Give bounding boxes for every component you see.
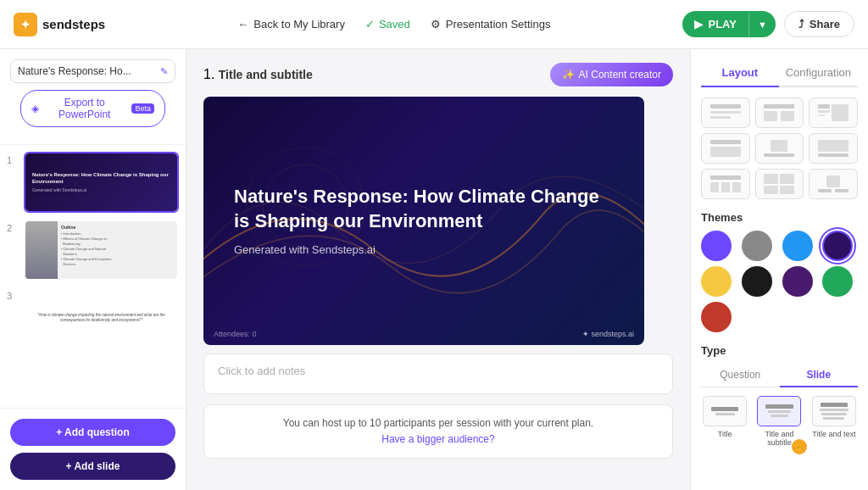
svg-rect-28 xyxy=(835,189,849,192)
slide-type-title[interactable]: Title xyxy=(701,396,748,448)
layout-option-6[interactable] xyxy=(809,133,858,164)
play-label: PLAY xyxy=(708,18,736,31)
share-label: Share xyxy=(810,18,840,31)
back-label: Back to My Library xyxy=(253,18,345,31)
theme-dark-purple[interactable] xyxy=(822,231,853,261)
theme-blue[interactable] xyxy=(782,231,813,261)
bigger-audience-link[interactable]: Have a bigger audience? xyxy=(381,433,494,445)
slide-number-1: 1 xyxy=(7,152,17,165)
export-label: Export to PowerPoint xyxy=(44,97,125,120)
tab-configuration[interactable]: Configuration xyxy=(779,59,858,86)
svg-rect-3 xyxy=(710,111,741,114)
layout-option-8[interactable] xyxy=(755,169,804,199)
ai-content-creator-button[interactable]: ✨ AI Content creator xyxy=(550,63,673,86)
slide-preview[interactable]: Nature's Response: How Climate Change is… xyxy=(203,97,644,345)
add-question-button[interactable]: + Add question xyxy=(10,419,175,446)
theme-gray[interactable] xyxy=(742,231,772,261)
presentation-title-display[interactable]: Nature's Response: Ho... ✎ xyxy=(10,59,175,83)
layout-option-3[interactable] xyxy=(809,97,858,128)
slide-number-2: 2 xyxy=(7,220,17,233)
gear-icon: ⚙ xyxy=(431,18,441,31)
slide-3-preview: "How is climate change impacting the nat… xyxy=(25,289,177,347)
layout-option-4[interactable] xyxy=(701,133,750,164)
share-button[interactable]: ⤴ Share xyxy=(784,11,854,37)
notes-placeholder: Click to add notes xyxy=(218,365,305,377)
play-button-main[interactable]: ▶ PLAY xyxy=(682,11,748,37)
slide-type-title-subtitle[interactable]: Title and subtitle ☝ xyxy=(755,396,803,448)
play-button[interactable]: ▶ PLAY ▼ xyxy=(682,11,775,37)
slide-item-3[interactable]: 3 "How is climate change impacting the n… xyxy=(7,287,179,348)
title-sub-thick xyxy=(765,404,794,409)
sidebar-actions: + Add question + Add slide xyxy=(0,408,186,490)
slide-main-title: Nature's Response: How Climate Change is… xyxy=(234,185,614,233)
tab-layout[interactable]: Layout xyxy=(701,59,779,87)
type-section: Type Question Slide Title xyxy=(701,344,858,448)
slide-title-label: Title and subtitle xyxy=(219,68,313,81)
theme-deep-purple[interactable] xyxy=(782,266,813,297)
slide-item-1[interactable]: 1 Nature's Response: How Climate Change … xyxy=(7,152,179,213)
slide-number-3: 3 xyxy=(7,287,17,301)
slide-type-title-text-thumb[interactable] xyxy=(812,396,856,426)
sparkle-icon: ✨ xyxy=(562,69,575,81)
play-dropdown-arrow[interactable]: ▼ xyxy=(748,13,776,36)
topbar-right: ▶ PLAY ▼ ⤴ Share xyxy=(682,11,854,37)
slide-header: 1. Title and subtitle ✨ AI Content creat… xyxy=(203,63,673,86)
topbar-center: ← Back to My Library ✓ Saved ⚙ Presentat… xyxy=(237,18,550,31)
svg-rect-18 xyxy=(710,175,741,180)
type-tab-question[interactable]: Question xyxy=(701,364,780,387)
slide-logo: ✦ sendsteps.ai xyxy=(582,330,634,338)
svg-rect-4 xyxy=(710,116,731,119)
layout-option-9[interactable] xyxy=(809,169,858,199)
svg-rect-25 xyxy=(780,186,794,194)
info-banner: You can host up to 10 participants per s… xyxy=(203,404,673,459)
slide-number-title: 1. Title and subtitle xyxy=(203,67,313,82)
slide-thumbnail-3[interactable]: "How is climate change impacting the nat… xyxy=(24,287,179,348)
layout-option-7[interactable] xyxy=(701,169,750,199)
svg-rect-14 xyxy=(771,140,787,152)
svg-rect-23 xyxy=(780,174,794,184)
layout-option-5[interactable] xyxy=(755,133,804,164)
beta-badge: Beta xyxy=(131,103,154,114)
theme-purple[interactable] xyxy=(701,231,732,261)
add-slide-label: + Add slide xyxy=(66,460,120,472)
add-slide-button[interactable]: + Add slide xyxy=(10,453,175,480)
slide-type-title-subtitle-thumb[interactable] xyxy=(757,396,801,426)
theme-yellow[interactable] xyxy=(701,266,732,297)
slide-attendees: Attendees: 0 xyxy=(214,330,257,338)
presentation-settings-button[interactable]: ⚙ Presentation Settings xyxy=(431,18,551,31)
svg-rect-6 xyxy=(764,111,777,121)
title-sub-line xyxy=(715,413,735,415)
layout-section xyxy=(701,97,858,199)
back-arrow-icon: ← xyxy=(237,18,248,31)
slide-type-title-text[interactable]: Title and text xyxy=(810,396,858,448)
svg-rect-19 xyxy=(710,182,719,192)
back-button[interactable]: ← Back to My Library xyxy=(237,18,345,31)
slide-types-grid: Title Title and subtitle ☝ xyxy=(701,396,858,448)
theme-black[interactable] xyxy=(742,266,772,297)
content-area: 1. Title and subtitle ✨ AI Content creat… xyxy=(186,49,690,490)
type-tab-slide[interactable]: Slide xyxy=(780,364,859,387)
slide-1-title-preview: Nature's Response: How Climate Change is… xyxy=(32,172,170,186)
svg-rect-15 xyxy=(764,153,794,157)
slide-item-2[interactable]: 2 Outline • Introduction• Effects of Cli… xyxy=(7,220,179,281)
slide-thumbnail-2[interactable]: Outline • Introduction• Effects of Clima… xyxy=(24,220,179,281)
slide-1-sub-preview: Generated with Sendsteps.ai xyxy=(32,187,170,192)
svg-rect-7 xyxy=(781,111,794,121)
slide-2-outline-items: • Introduction• Effects of Climate Chang… xyxy=(61,231,174,267)
slide-thumbnail-1[interactable]: Nature's Response: How Climate Change is… xyxy=(24,152,179,213)
slide-type-title-thumb[interactable] xyxy=(703,396,747,426)
text-line3 xyxy=(823,417,844,420)
info-text: You can host up to 10 participants per s… xyxy=(283,417,593,429)
notes-area[interactable]: Click to add notes xyxy=(203,354,673,394)
export-powerpoint-button[interactable]: ◈ Export to PowerPoint Beta xyxy=(20,90,165,127)
svg-rect-2 xyxy=(710,104,741,109)
slide-3-question-text: "How is climate change impacting the nat… xyxy=(31,313,172,324)
svg-rect-8 xyxy=(818,104,830,109)
layout-option-1[interactable] xyxy=(701,97,750,128)
theme-green[interactable] xyxy=(822,266,853,297)
presentation-title-text: Nature's Response: Ho... xyxy=(18,65,131,77)
title-sub-thin2 xyxy=(771,415,788,417)
layout-option-2[interactable] xyxy=(755,97,804,128)
theme-red[interactable] xyxy=(701,302,732,332)
topbar: ✦ sendsteps ← Back to My Library ✓ Saved… xyxy=(0,0,868,49)
